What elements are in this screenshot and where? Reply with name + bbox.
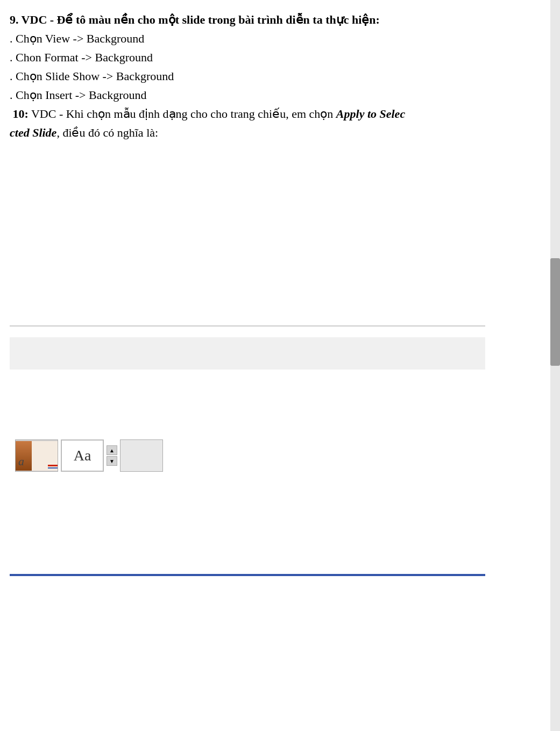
empty-space (10, 143, 485, 315)
slide-content-area: a Aa Apply to All Slides Apply to Select… (10, 375, 485, 482)
theme-thumbnail-aa[interactable]: Aa Apply to All Slides Apply to Selected… (61, 439, 104, 472)
theme-thumbnail-plain[interactable] (120, 439, 163, 472)
theme-thumbnail-1[interactable]: a (15, 439, 58, 472)
section-divider (10, 325, 485, 327)
aa-text-label: Aa (74, 447, 91, 464)
scroll-up-arrow[interactable]: ▲ (107, 445, 117, 455)
scrollbar-track[interactable] (550, 0, 560, 731)
option-b: . Chon Format -> Background (10, 48, 485, 66)
thumb-blue-line (48, 467, 58, 469)
option-d: . Chọn Insert -> Background (10, 86, 485, 104)
theme-gallery-area: a Aa Apply to All Slides Apply to Select… (15, 439, 163, 472)
main-content: 9. VDC - Để tô màu nền cho một slide tro… (0, 0, 495, 731)
bottom-divider (10, 574, 485, 576)
text-block: 9. VDC - Để tô màu nền cho một slide tro… (10, 11, 485, 141)
thumb-beige (32, 441, 58, 471)
option-c: . Chọn Slide Show -> Background (10, 67, 485, 85)
letter-a-label: a (18, 455, 24, 469)
question10-cont: cted Slide, điều đó có nghĩa là: (10, 124, 485, 141)
scroll-arrows: ▲ ▼ (107, 445, 117, 466)
scroll-down-arrow[interactable]: ▼ (107, 456, 117, 466)
slide-toolbar-area (10, 337, 485, 370)
option-a: . Chọn View -> Background (10, 30, 485, 47)
question9-intro: 9. VDC - Để tô màu nền cho một slide tro… (10, 11, 485, 29)
thumb-red-line (48, 465, 58, 466)
question10-intro: 10: VDC - Khi chọn mẫu định dạng cho cho… (10, 105, 485, 123)
scrollbar-thumb[interactable] (550, 258, 560, 366)
